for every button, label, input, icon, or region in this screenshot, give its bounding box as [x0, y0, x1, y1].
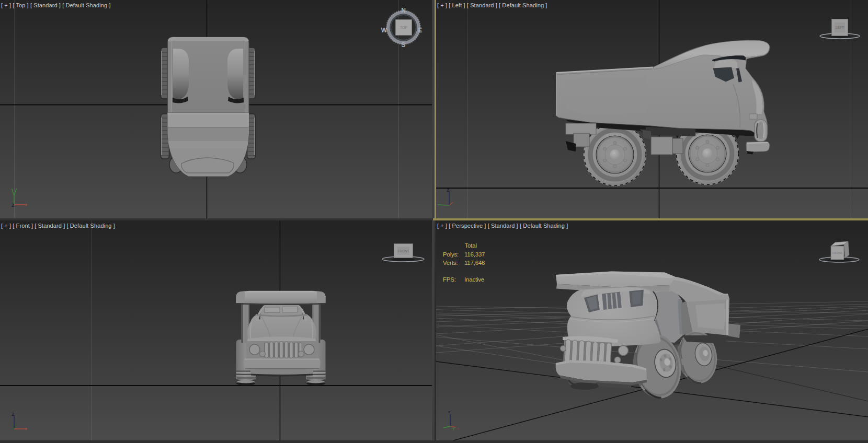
svg-text:Total: Total: [465, 242, 477, 249]
svg-text:FRONT: FRONT: [397, 249, 409, 253]
svg-text:Polys:: Polys:: [443, 251, 459, 258]
svg-text:Z: Z: [12, 203, 15, 208]
svg-text:116,337: 116,337: [464, 251, 485, 258]
svg-text:LEFT: LEFT: [836, 26, 844, 29]
svg-text:S: S: [401, 41, 405, 49]
svg-text:x: x: [457, 426, 459, 431]
svg-text:-y: -y: [451, 426, 455, 430]
svg-text:TOP: TOP: [400, 26, 408, 29]
svg-text:N: N: [401, 7, 406, 14]
svg-text:Inactive: Inactive: [464, 276, 484, 283]
svg-text:117,646: 117,646: [464, 260, 485, 266]
svg-text:W: W: [381, 27, 387, 34]
svg-text:z: z: [448, 410, 450, 414]
svg-text:Z: Z: [447, 188, 450, 193]
svg-text:Verts:: Verts:: [443, 260, 458, 266]
svg-text:E: E: [418, 27, 422, 34]
svg-text:Z: Z: [12, 412, 15, 417]
svg-text:FPS:: FPS:: [443, 276, 456, 283]
svg-text:FRONT: FRONT: [832, 251, 843, 254]
